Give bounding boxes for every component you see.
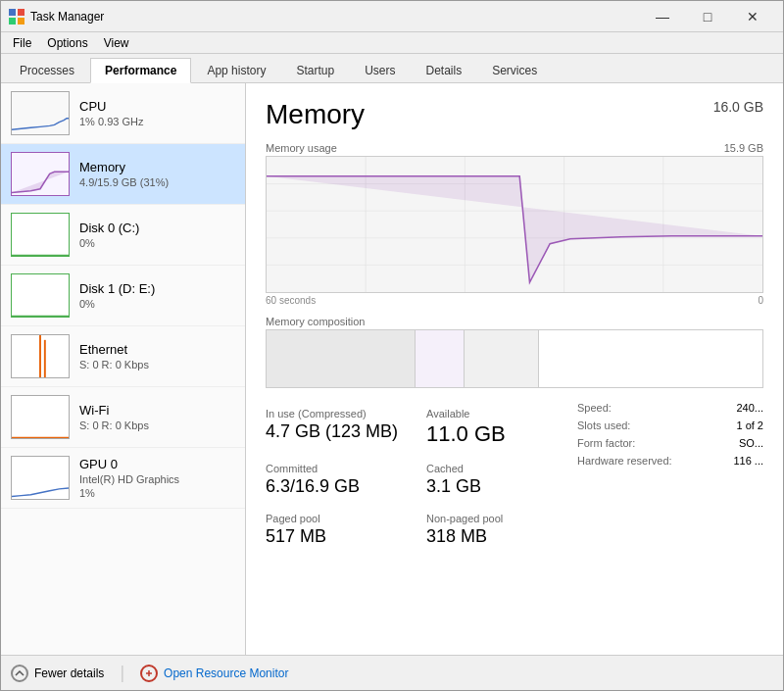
menu-options[interactable]: Options [39,34,95,52]
sidebar-item-disk0[interactable]: Disk 0 (C:) 0% [1,205,245,266]
comp-in-use [267,330,416,387]
speed-row: Speed: 240... [577,402,763,414]
cpu-info: CPU 1% 0.93 GHz [79,99,143,127]
cached-block: Cached 3.1 GB [426,457,567,503]
in-use-value: 4.7 GB (123 MB) [266,421,407,442]
resource-monitor-label: Open Resource Monitor [164,666,288,680]
menubar: File Options View [1,32,783,54]
svg-rect-3 [18,18,24,25]
svg-rect-1 [18,9,24,16]
paged-value: 517 MB [266,526,407,547]
wifi-label: Wi-Fi [79,403,149,418]
comp-free [539,330,762,387]
resource-monitor-button[interactable]: Open Resource Monitor [140,665,288,682]
graph-time-labels: 60 seconds 0 [266,295,763,306]
disk1-thumbnail [11,273,70,318]
wifi-thumbnail [11,395,70,439]
wifi-sub: S: 0 R: 0 Kbps [79,420,149,431]
sidebar-item-wifi[interactable]: Wi-Fi S: 0 R: 0 Kbps [1,387,245,448]
memory-composition-bar [266,329,763,388]
svg-rect-0 [9,9,16,16]
nonpaged-block: Non-paged pool 318 MB [426,507,567,553]
tab-users[interactable]: Users [350,58,410,82]
sidebar-item-disk1[interactable]: Disk 1 (D: E:) 0% [1,266,245,326]
comp-modified [416,330,466,387]
sidebar: CPU 1% 0.93 GHz Memory 4.9/15.9 GB (31%) [1,83,246,655]
tab-services[interactable]: Services [477,58,552,82]
window-controls: — □ ✕ [640,1,775,32]
menu-file[interactable]: File [5,34,39,52]
wifi-info: Wi-Fi S: 0 R: 0 Kbps [79,403,149,431]
stats-right: Speed: 240... Slots used: 1 of 2 Form fa… [567,402,763,561]
titlebar: Task Manager — □ ✕ [1,1,783,32]
composition-label: Memory composition [266,316,763,327]
maximize-button[interactable]: □ [685,1,730,32]
svg-rect-2 [9,18,16,25]
tab-processes[interactable]: Processes [5,58,89,82]
in-use-label: In use (Compressed) [266,408,407,420]
committed-block: Committed 6.3/16.9 GB [266,457,407,503]
ethernet-label: Ethernet [79,342,149,357]
detail-total: 16.0 GB [713,99,763,115]
resource-monitor-icon [140,665,158,682]
disk0-sub: 0% [79,237,139,249]
paged-block: Paged pool 517 MB [266,507,407,553]
cached-label: Cached [426,463,567,474]
graph-label-row: Memory usage 15.9 GB [266,142,763,154]
cpu-label: CPU [79,99,143,114]
main-content: CPU 1% 0.93 GHz Memory 4.9/15.9 GB (31%) [1,83,783,655]
sidebar-item-memory[interactable]: Memory 4.9/15.9 GB (31%) [1,144,245,205]
sidebar-item-ethernet[interactable]: Ethernet S: 0 R: 0 Kbps [1,326,245,387]
menu-view[interactable]: View [96,34,137,52]
sidebar-item-gpu[interactable]: GPU 0 Intel(R) HD Graphics 1% [1,448,245,509]
ethernet-thumbnail [11,334,70,378]
graph-max: 15.9 GB [724,142,763,154]
tab-details[interactable]: Details [411,58,476,82]
slots-row: Slots used: 1 of 2 [577,420,763,431]
memory-composition-section: Memory composition [266,316,763,388]
tab-app-history[interactable]: App history [192,58,280,82]
minimize-button[interactable]: — [640,1,685,32]
gpu-info: GPU 0 Intel(R) HD Graphics 1% [79,457,179,499]
sidebar-item-cpu[interactable]: CPU 1% 0.93 GHz [1,83,245,144]
gpu-sub: Intel(R) HD Graphics [79,473,179,485]
memory-thumbnail [11,152,70,196]
footer-separator: | [120,663,124,683]
detail-title: Memory [266,99,365,130]
close-button[interactable]: ✕ [730,1,775,32]
graph-label-text: Memory usage [266,142,337,154]
tab-performance[interactable]: Performance [90,58,191,83]
nonpaged-value: 318 MB [426,526,567,547]
memory-usage-section: Memory usage 15.9 GB [266,142,763,306]
disk1-sub: 0% [79,298,155,310]
cached-value: 3.1 GB [426,476,567,497]
fewer-details-button[interactable]: Fewer details [11,665,104,682]
cpu-thumbnail [11,91,70,135]
fewer-details-label: Fewer details [34,666,104,680]
disk1-info: Disk 1 (D: E:) 0% [79,281,155,310]
gpu-thumbnail [11,456,70,500]
nonpaged-label: Non-paged pool [426,513,567,524]
gpu-label: GPU 0 [79,457,179,471]
ethernet-sub: S: 0 R: 0 Kbps [79,359,149,370]
disk1-label: Disk 1 (D: E:) [79,281,155,296]
footer: Fewer details | Open Resource Monitor [1,655,783,690]
hw-row: Hardware reserved: 116 ... [577,455,763,467]
in-use-block: In use (Compressed) 4.7 GB (123 MB) [266,402,407,453]
fewer-details-icon [11,665,28,682]
slots-value: 1 of 2 [736,420,763,431]
speed-value: 240... [736,402,763,414]
disk0-thumbnail [11,213,70,257]
disk0-label: Disk 0 (C:) [79,221,139,235]
detail-panel: Memory 16.0 GB Memory usage 15.9 GB [246,83,783,655]
cpu-sub: 1% 0.93 GHz [79,116,143,127]
time-right: 0 [758,295,763,306]
paged-label: Paged pool [266,513,407,524]
available-value: 11.0 GB [426,421,567,447]
form-label: Form factor: [577,437,635,449]
window-title: Task Manager [30,10,640,24]
slots-label: Slots used: [577,420,630,431]
tab-startup[interactable]: Startup [281,58,349,82]
app-icon [9,9,24,25]
stats-left: In use (Compressed) 4.7 GB (123 MB) Avai… [266,402,567,561]
